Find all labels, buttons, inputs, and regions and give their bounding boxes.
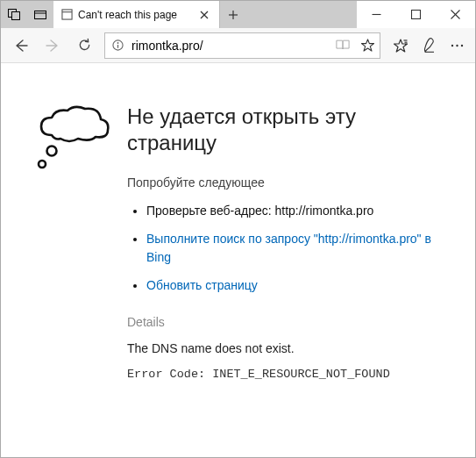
browser-tab[interactable]: Can't reach this page — [53, 1, 220, 28]
search-bing-item: Выполните поиск по запросу "http://rimon… — [146, 230, 449, 266]
toolbar: rimontka.pro/ — [1, 28, 475, 63]
more-button[interactable] — [444, 31, 470, 61]
title-bar: Can't reach this page — [1, 1, 475, 28]
address-bar[interactable]: rimontka.pro/ — [104, 32, 380, 59]
favorites-hub-button[interactable] — [387, 31, 414, 61]
close-window-button[interactable] — [436, 1, 475, 28]
error-page-content: Не удается открыть эту страницу Попробуй… — [1, 63, 475, 398]
error-code: Error Code: INET_E_RESOURCE_NOT_FOUND — [127, 368, 449, 381]
favorite-star-icon[interactable] — [355, 39, 380, 52]
check-address-item: Проверьте веб-адрес: http://rimontka.pro — [146, 202, 449, 219]
page-icon — [60, 9, 73, 21]
notes-button[interactable] — [416, 31, 442, 61]
suggestion-list: Проверьте веб-адрес: http://rimontka.pro… — [127, 202, 449, 294]
svg-rect-1 — [11, 12, 19, 20]
minimize-button[interactable] — [357, 1, 396, 28]
tab-strip: Can't reach this page — [53, 1, 357, 28]
tabs-aside-button[interactable] — [1, 9, 27, 20]
svg-rect-11 — [412, 11, 421, 19]
site-info-icon[interactable] — [105, 39, 130, 51]
tab-preview-button[interactable] — [27, 11, 53, 19]
svg-point-21 — [456, 44, 458, 46]
refresh-button[interactable] — [69, 31, 99, 61]
title-bar-left — [1, 1, 53, 28]
window-controls — [357, 1, 475, 28]
svg-point-22 — [460, 44, 462, 46]
reading-view-icon[interactable] — [330, 39, 355, 51]
svg-point-24 — [39, 161, 46, 168]
search-bing-link[interactable]: Выполните поиск по запросу "http://rimon… — [146, 232, 431, 263]
check-prefix: Проверьте веб-адрес: — [146, 204, 275, 218]
new-tab-button[interactable] — [220, 1, 246, 28]
svg-rect-4 — [61, 10, 71, 19]
error-heading: Не удается открыть эту страницу — [127, 104, 449, 156]
forward-button[interactable] — [38, 31, 67, 61]
tab-title: Can't reach this page — [78, 9, 191, 21]
check-url: http://rimontka.pro — [275, 204, 374, 218]
svg-point-15 — [117, 42, 118, 44]
svg-rect-2 — [35, 11, 46, 18]
thought-cloud-icon — [31, 104, 111, 381]
dns-message: The DNS name does not exist. — [127, 341, 449, 355]
svg-point-20 — [451, 44, 452, 46]
details-label: Details — [127, 315, 449, 329]
error-text-area: Не удается открыть эту страницу Попробуй… — [127, 104, 449, 381]
back-button[interactable] — [6, 31, 36, 61]
tab-close-button[interactable] — [196, 7, 212, 23]
url-text[interactable]: rimontka.pro/ — [130, 39, 330, 53]
svg-point-23 — [47, 147, 57, 156]
refresh-link[interactable]: Обновить страницу — [146, 278, 258, 292]
maximize-button[interactable] — [396, 1, 436, 28]
refresh-item: Обновить страницу — [146, 276, 449, 294]
try-label: Попробуйте следующее — [127, 175, 449, 190]
